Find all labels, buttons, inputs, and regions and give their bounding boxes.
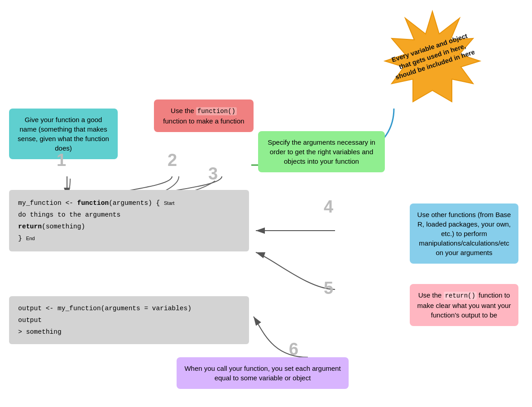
starburst-shape: Every variable and object that gets used…	[380, 9, 484, 104]
code-line-4: } End	[18, 232, 240, 244]
output-line-2: output	[18, 314, 240, 326]
svg-marker-0	[385, 11, 480, 102]
code-line1-end: (arguments) {	[109, 199, 164, 207]
step-4: 4	[324, 198, 333, 215]
box-call-text: When you call your function, you set eac…	[184, 364, 340, 382]
box-other-functions: Use other functions (from Base R, loaded…	[410, 204, 518, 264]
box-return-prefix: Use the	[418, 291, 444, 299]
output-line-1: output <- my_function(arguments = variab…	[18, 303, 240, 314]
code-line-3: return(something)	[18, 221, 240, 232]
code-line1-note: Start	[164, 200, 174, 206]
code-line-1: my_function <- function(arguments) { Sta…	[18, 197, 240, 209]
output-line1-end: (arguments = variables)	[101, 305, 192, 312]
code-line4-plain: }	[18, 235, 26, 242]
starburst-callout: Every variable and object that gets used…	[369, 9, 496, 113]
code-line1-bold: function	[77, 199, 109, 207]
box-return-code: return()	[444, 292, 477, 300]
output-line1-plain: output <-	[18, 305, 58, 312]
step-6: 6	[289, 341, 298, 358]
code-line4-note: End	[26, 236, 35, 241]
box-arguments: Specify the arguments necessary in order…	[258, 131, 385, 172]
box-arguments-text: Specify the arguments necessary in order…	[268, 138, 375, 165]
code-main-block: my_function <- function(arguments) { Sta…	[9, 190, 249, 251]
step-1: 1	[57, 151, 66, 169]
box-function-suffix: function to make a function	[163, 117, 244, 125]
box-return: Use the return() function to make clear …	[410, 284, 518, 326]
code-line3-bold: return	[18, 223, 42, 230]
output-line-3: > something	[18, 326, 240, 338]
code-output-block: output <- my_function(arguments = variab…	[9, 296, 249, 344]
step-3: 3	[208, 165, 218, 182]
box-other-functions-text: Use other functions (from Base R, loaded…	[417, 211, 511, 256]
box-function-prefix: Use the	[171, 107, 196, 114]
code-line-2: do things to the arguments	[18, 209, 240, 221]
output-line1-bold: my_function	[58, 305, 101, 312]
box-function: Use the function() function to make a fu…	[154, 99, 254, 132]
box-call: When you call your function, you set eac…	[177, 357, 349, 389]
step-2: 2	[168, 151, 177, 169]
code-line1-plain: my_function <-	[18, 199, 77, 207]
code-line3-end: (something)	[42, 223, 85, 230]
box-name-text: Give your function a good name (somethin…	[18, 116, 109, 152]
box-function-code: function()	[196, 107, 237, 115]
step-5: 5	[324, 279, 333, 297]
